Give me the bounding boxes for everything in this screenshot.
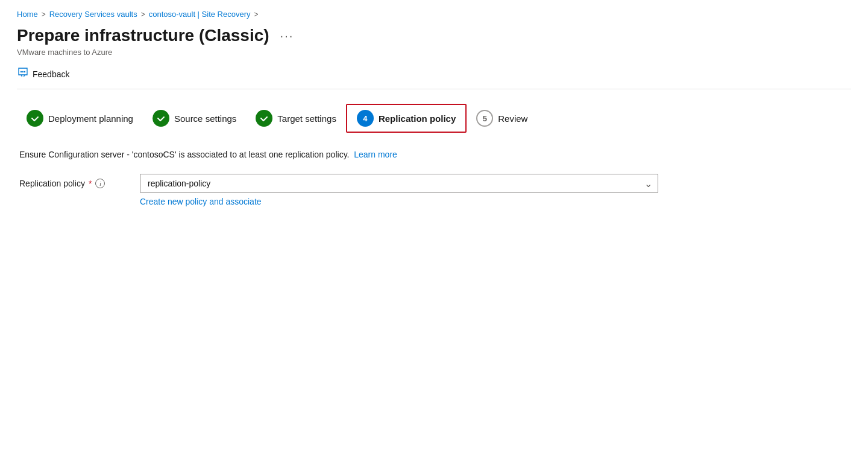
step-deployment-planning[interactable]: Deployment planning (17, 105, 143, 132)
learn-more-link[interactable]: Learn more (354, 150, 397, 159)
form-label-text: Replication policy (19, 179, 85, 188)
info-text: Ensure Configuration server - 'contosoCS… (19, 150, 849, 159)
step-1-circle (27, 110, 43, 127)
info-tooltip-icon[interactable]: i (95, 179, 105, 188)
content-area: Ensure Configuration server - 'contosoCS… (17, 150, 851, 206)
create-policy-link[interactable]: Create new policy and associate (140, 197, 262, 206)
page-title: Prepare infrastructure (Classic) (17, 26, 269, 45)
form-label: Replication policy * i (19, 174, 140, 188)
dropdown-wrapper: replication-policy ⌄ (140, 174, 658, 193)
feedback-label: Feedback (33, 69, 69, 79)
form-row: Replication policy * i replication-polic… (19, 174, 849, 206)
steps-row: Deployment planning Source settings Targ… (17, 104, 851, 133)
breadcrumb-sep-2: > (141, 10, 145, 19)
more-options-button[interactable]: ··· (277, 28, 298, 44)
page-title-row: Prepare infrastructure (Classic) ··· (17, 26, 851, 45)
svg-point-2 (24, 71, 25, 72)
step-replication-policy[interactable]: 4 Replication policy (346, 104, 467, 133)
feedback-row: Feedback (17, 66, 851, 89)
breadcrumb-sep-1: > (42, 10, 46, 19)
breadcrumb-home[interactable]: Home (17, 10, 38, 19)
replication-policy-dropdown[interactable]: replication-policy (140, 174, 658, 193)
step-3-circle (256, 110, 272, 127)
form-control-wrap: replication-policy ⌄ Create new policy a… (140, 174, 658, 206)
breadcrumb-recovery-vaults[interactable]: Recovery Services vaults (49, 10, 137, 19)
feedback-button[interactable]: Feedback (17, 66, 69, 81)
step-5-label: Review (498, 113, 527, 124)
required-indicator: * (89, 179, 92, 188)
step-review[interactable]: 5 Review (467, 105, 537, 132)
page-container: Home > Recovery Services vaults > contos… (0, 0, 868, 221)
page-subtitle: VMware machines to Azure (17, 48, 851, 57)
step-3-label: Target settings (277, 113, 336, 124)
breadcrumb-sep-3: > (254, 10, 259, 19)
step-5-circle: 5 (476, 110, 493, 127)
breadcrumb: Home > Recovery Services vaults > contos… (17, 10, 851, 19)
svg-point-1 (22, 71, 24, 72)
step-4-circle: 4 (357, 110, 374, 127)
svg-point-0 (20, 71, 22, 72)
step-1-label: Deployment planning (48, 113, 133, 124)
step-target-settings[interactable]: Target settings (246, 105, 346, 132)
step-4-label: Replication policy (379, 113, 456, 124)
breadcrumb-contoso-vault[interactable]: contoso-vault | Site Recovery (149, 10, 251, 19)
feedback-icon (17, 66, 29, 81)
step-2-label: Source settings (174, 113, 236, 124)
step-source-settings[interactable]: Source settings (143, 105, 246, 132)
step-2-circle (153, 110, 169, 127)
